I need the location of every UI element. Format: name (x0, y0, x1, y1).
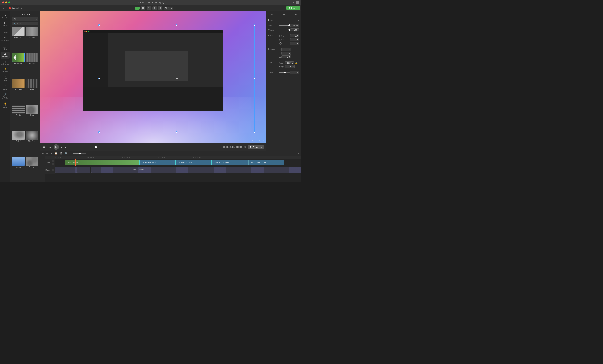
position-x-value[interactable]: 0.0 (281, 48, 291, 51)
timeline-zoom-slider[interactable] (73, 153, 86, 154)
sidebar-item-visual-effects[interactable]: ✦ Visual Effects (1, 43, 10, 52)
clip-outro[interactable]: + Outro Logo · (8 clips) (248, 160, 284, 165)
type-selector[interactable]: All (12, 17, 38, 21)
transition-bubbles[interactable]: Bubbles (25, 157, 38, 182)
search-tl-button[interactable]: 🔍 (64, 152, 68, 155)
sidebar-item-annotations[interactable]: ✎ Annotations (1, 35, 10, 42)
transition-blinds[interactable]: Blinds (12, 105, 25, 130)
transition-arrows[interactable]: Arrows (25, 27, 38, 52)
export-button[interactable]: ⬆ Export (287, 6, 300, 10)
video-add-btn[interactable]: + (52, 160, 54, 162)
minimize-button[interactable] (5, 1, 7, 3)
arrange-button[interactable]: ⊠ (158, 6, 162, 10)
rewind-button[interactable]: ⏮ (42, 145, 46, 149)
position-y-value[interactable]: 0.0 (281, 52, 291, 55)
music-add-btn[interactable]: + (52, 169, 54, 171)
copy-button[interactable]: ⊞ (50, 152, 53, 155)
music-clip-2[interactable] (77, 167, 90, 173)
clip-intro-label: Intro · (7 clips) (68, 162, 78, 164)
transition-blur-zoom[interactable]: Blur Zoom (25, 131, 38, 156)
sidebar-item-audio-effects[interactable]: ♪ Audio Effects (1, 83, 10, 92)
maximize-button[interactable] (8, 1, 10, 3)
sidebar-item-transitions[interactable]: ⇄ Transitions (1, 52, 10, 59)
step-back-button[interactable]: ⏭ (48, 145, 52, 149)
sidebar-item-favorites[interactable]: ★ Favorites (1, 12, 10, 20)
expand-button[interactable]: ⊡ (297, 152, 300, 155)
sidebar-item-library[interactable]: ≡ Library (1, 28, 10, 35)
transition-arrow-slice[interactable]: Arrow Slice (12, 27, 25, 52)
screen-button[interactable]: ◻ (147, 6, 151, 10)
clip-scene3[interactable]: + Scene 3 · (5 clips) (212, 160, 248, 165)
zoom-in-button[interactable]: + (88, 152, 90, 155)
transition-blob[interactable]: Blob (25, 105, 38, 130)
next-button[interactable]: › (64, 145, 67, 149)
transition-bar-wipe[interactable]: Bar Wipe (25, 53, 38, 78)
tab-audio[interactable]: ◉ (290, 12, 302, 17)
cut-button[interactable]: ✂ (46, 152, 49, 155)
sidebar-item-behaviors[interactable]: ⚡ Behaviors (1, 67, 10, 74)
search-input[interactable] (17, 23, 37, 25)
clip-intro[interactable]: + Intro · (7 clips) (65, 160, 139, 165)
opacity-handle[interactable] (289, 29, 290, 31)
opacity-slider[interactable] (279, 30, 290, 30)
rotation-x-value[interactable]: 0.0° (290, 42, 300, 45)
playhead-line (75, 159, 76, 166)
home-button[interactable]: ⌂ (2, 6, 6, 11)
sidebar-item-gesture-effects[interactable]: ✋ Gesture Effects (1, 101, 10, 110)
video-expand-btn[interactable]: ▾ (52, 163, 54, 165)
zoom-handle[interactable] (79, 153, 81, 154)
refresh-icon[interactable]: ↺ (298, 19, 300, 21)
timeline-left-controls: + ▾ (40, 156, 45, 182)
tab-view[interactable]: ⊞ (266, 12, 278, 17)
record-button[interactable]: Record (8, 6, 20, 10)
type-dropdown[interactable]: All (12, 17, 38, 21)
sidebar-item-animations[interactable]: ◈ Animations (1, 59, 10, 66)
timecode-display: 00:00:01;06 / 00:00:26;25 (223, 146, 246, 148)
sidebar-item-cursor-effects[interactable]: ↖ Cursor Effects (1, 74, 10, 83)
ruler-mark-0: 0:00:00;00 (55, 157, 62, 159)
sidebar-item-voice-narration[interactable]: 🎤 Voice Narration (1, 92, 10, 101)
progress-bar[interactable] (68, 147, 222, 147)
properties-button[interactable]: ⚙ Properties (248, 145, 264, 149)
collapse-button[interactable]: ▾ (42, 162, 43, 164)
y-label: Y: (283, 39, 284, 41)
transition-bounce[interactable]: Bounce (12, 157, 25, 182)
position-z-value[interactable]: 0.0 (281, 55, 291, 59)
play-pause-button[interactable]: ▶ (54, 144, 59, 150)
zoom-out-button[interactable]: − (69, 152, 72, 155)
sidebar-label-behaviors: Behaviors (2, 71, 9, 72)
transition-arrows-solid[interactable]: Arrows Solid (12, 53, 25, 78)
clip-button[interactable]: 🎬 (59, 152, 63, 155)
scale-handle[interactable] (289, 24, 290, 26)
undo-button[interactable]: ↩ (41, 152, 45, 155)
transition-bars[interactable]: Bars (25, 79, 38, 104)
download-icon[interactable]: ⬇ (293, 1, 294, 3)
sidebar-item-media[interactable]: ▶ Media (1, 21, 10, 28)
music-clip-1[interactable] (55, 167, 77, 173)
paste-button[interactable]: 📋 (54, 152, 58, 155)
add-track-button[interactable]: + (42, 159, 43, 162)
clip-scene1[interactable]: + Scene 1 · (5 clips) (140, 160, 175, 165)
user-avatar[interactable]: U (296, 0, 300, 4)
progress-handle[interactable] (95, 146, 97, 148)
width-value[interactable]: 1920.0 (285, 61, 294, 64)
clip-scene2[interactable]: + Scene 2 · (5 clips) (176, 160, 212, 165)
skew-handle[interactable] (284, 72, 286, 73)
window-controls[interactable] (2, 1, 10, 3)
music-clip-main[interactable]: electric-throne (91, 167, 302, 173)
transition-barn-door[interactable]: Barn Door (12, 79, 25, 104)
rotation-y-value[interactable]: 0.0° (290, 38, 300, 41)
layout-button[interactable]: ⊞ (141, 6, 145, 10)
zoom-control[interactable]: 107% ▾ (164, 7, 174, 10)
transition-blob-2[interactable]: Blob 2 (12, 131, 25, 156)
play-button[interactable] (135, 7, 139, 10)
skew-slider[interactable] (279, 72, 290, 73)
scale-slider[interactable] (279, 25, 290, 25)
height-value[interactable]: 1080.0 (285, 65, 295, 68)
close-button[interactable] (2, 1, 4, 3)
rotation-z-value[interactable]: 0.0° (290, 34, 300, 37)
split-button[interactable]: ⊟ (152, 6, 157, 10)
step-forward-button[interactable]: ‹ (60, 145, 63, 149)
tab-timeline[interactable]: ▬ (278, 12, 290, 17)
lock-icon[interactable]: 🔒 (295, 62, 297, 64)
